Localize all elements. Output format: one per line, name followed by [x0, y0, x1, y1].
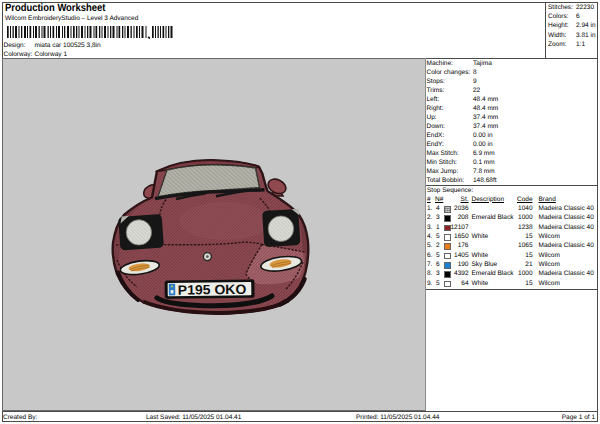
- svg-text:P195 OKO: P195 OKO: [178, 282, 247, 298]
